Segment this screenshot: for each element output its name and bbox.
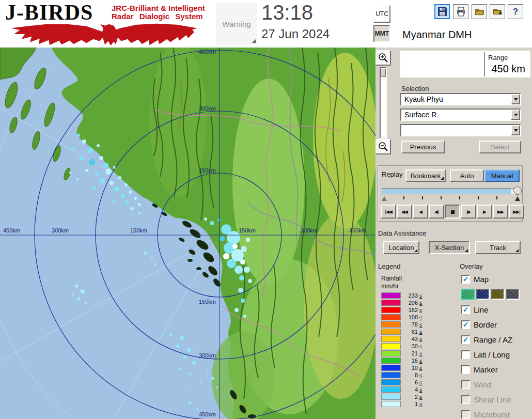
previous-button[interactable]: Previous bbox=[401, 141, 445, 153]
legend-le[interactable]: ≤ bbox=[419, 387, 423, 393]
legend-le[interactable]: ≤ bbox=[419, 373, 423, 378]
legend-le[interactable]: ≤ bbox=[419, 329, 423, 335]
legend-le[interactable]: ≤ bbox=[419, 358, 423, 364]
legend-row: 2≤ bbox=[381, 394, 423, 400]
checkbox-wind bbox=[461, 380, 470, 389]
overlay-item-marker[interactable]: Marker bbox=[461, 364, 521, 375]
checkbox-marker[interactable] bbox=[461, 365, 470, 374]
overlay-item-range-az[interactable]: ✓ Range / AZ bbox=[461, 334, 521, 345]
legend-row: 100≤ bbox=[381, 314, 423, 320]
checkbox-line[interactable]: ✓ bbox=[461, 305, 470, 314]
header-bar: J-BIRDS JRC-Brilliant & Intelligent Rada… bbox=[0, 0, 532, 48]
zoom-in-icon bbox=[378, 53, 388, 63]
location-button[interactable]: Location bbox=[383, 241, 419, 254]
legend-value: 30 bbox=[402, 343, 418, 349]
folder-open-icon bbox=[475, 7, 484, 17]
utc-button[interactable]: UTC bbox=[373, 5, 390, 23]
overlay-item-label: Line bbox=[474, 305, 488, 314]
overlay-item-border[interactable]: ✓ Border bbox=[461, 319, 521, 330]
legend-le[interactable]: ≤ bbox=[419, 336, 423, 342]
legend-value: 16 bbox=[402, 358, 418, 364]
overlay-item-label: Microburst bbox=[474, 410, 510, 419]
auto-button[interactable]: Auto bbox=[450, 169, 484, 182]
fast-rewind-button[interactable]: ◀◀ bbox=[397, 205, 412, 219]
legend-le[interactable]: ≤ bbox=[419, 322, 423, 328]
play-reverse-button[interactable]: ◀ bbox=[413, 205, 428, 219]
mmt-button[interactable]: MMT bbox=[373, 25, 390, 42]
step-back-button[interactable]: ◀| bbox=[429, 205, 444, 219]
overlay-item-map[interactable]: ✓ Map bbox=[461, 274, 521, 284]
map-color-green[interactable] bbox=[461, 289, 475, 300]
track-button[interactable]: Track bbox=[475, 241, 521, 254]
map-color-navy[interactable] bbox=[476, 289, 490, 300]
legend-le[interactable]: ≤ bbox=[419, 307, 423, 313]
legend-le[interactable]: ≤ bbox=[419, 351, 423, 356]
legend-le[interactable]: ≤ bbox=[419, 315, 423, 320]
print-button[interactable] bbox=[453, 4, 468, 19]
export-folder-button[interactable] bbox=[490, 4, 505, 19]
timeline-tick bbox=[422, 196, 423, 199]
save-button[interactable] bbox=[434, 4, 450, 19]
rainfall-legend: 233≤ 206≤ 162≤ 100≤ 78≤ 61≤ 43≤ 30≤ 21≤ … bbox=[381, 292, 423, 408]
play-button[interactable]: ▶ bbox=[477, 205, 492, 219]
checkbox-range-az[interactable]: ✓ bbox=[461, 335, 470, 344]
step-forward-button[interactable]: |▶ bbox=[461, 205, 476, 219]
bookmark-button[interactable]: Bookmark bbox=[405, 169, 446, 182]
timeline-start-marker[interactable] bbox=[382, 196, 387, 201]
overlay-item-line[interactable]: ✓ Line bbox=[461, 304, 521, 315]
checkbox-border[interactable]: ✓ bbox=[461, 320, 470, 329]
checkbox-lati-long[interactable] bbox=[461, 350, 470, 359]
timeline-track[interactable] bbox=[382, 188, 520, 194]
site-combobox[interactable]: Kyauk Phyu bbox=[400, 93, 521, 105]
legend-swatch bbox=[381, 365, 401, 371]
chevron-down-icon[interactable] bbox=[511, 125, 520, 135]
legend-row: 30≤ bbox=[381, 343, 423, 349]
legend-le[interactable]: ≤ bbox=[419, 394, 423, 400]
replay-timeline[interactable] bbox=[382, 186, 521, 201]
manual-button[interactable]: Manual bbox=[484, 169, 520, 182]
zoom-in-button[interactable] bbox=[375, 50, 391, 66]
overlay-item-lati-long[interactable]: Lati / Long bbox=[461, 349, 521, 360]
timeline-end-marker[interactable] bbox=[515, 196, 520, 201]
zoom-slider-thumb[interactable] bbox=[381, 69, 386, 77]
skip-to-start-button[interactable]: |◀◀ bbox=[381, 205, 396, 219]
svg-text:300km: 300km bbox=[199, 352, 216, 359]
legend-le[interactable]: ≤ bbox=[419, 401, 423, 407]
range-value: 450 km bbox=[491, 63, 525, 75]
range-readout: Range 450 km bbox=[400, 51, 530, 77]
timeline-thumb[interactable] bbox=[513, 187, 522, 195]
zoom-out-button[interactable] bbox=[375, 139, 391, 154]
radar-map[interactable]: 450km 300km 150km 150km 300km 450km 450k… bbox=[0, 48, 375, 419]
legend-le[interactable]: ≤ bbox=[419, 344, 423, 349]
chevron-down-icon[interactable] bbox=[511, 110, 520, 120]
fast-forward-button[interactable]: ▶▶ bbox=[493, 205, 508, 219]
timeline-tick bbox=[441, 196, 442, 199]
tagline-line2: Radar Dialogic System bbox=[112, 12, 205, 21]
legend-le[interactable]: ≤ bbox=[419, 380, 423, 385]
product-combobox[interactable]: Surface R bbox=[400, 108, 521, 121]
warning-indicator[interactable]: Warning bbox=[216, 3, 257, 44]
skip-to-end-button[interactable]: ▶▶| bbox=[509, 205, 524, 219]
select-button[interactable]: Select bbox=[479, 141, 521, 153]
legend-row: 233≤ bbox=[381, 292, 423, 299]
stop-button[interactable]: ■ bbox=[445, 205, 460, 219]
legend-value: 21 bbox=[402, 350, 418, 356]
map-color-olive[interactable] bbox=[491, 289, 505, 300]
help-button[interactable]: ? bbox=[508, 4, 523, 19]
legend-le[interactable]: ≤ bbox=[419, 300, 423, 306]
legend-value: 233 bbox=[402, 292, 418, 299]
legend-le[interactable]: ≤ bbox=[419, 365, 423, 371]
legend-le[interactable]: ≤ bbox=[419, 293, 423, 299]
legend-row: 206≤ bbox=[381, 300, 423, 306]
extra-combobox[interactable] bbox=[400, 124, 521, 136]
folder-plus-icon bbox=[493, 7, 503, 17]
x-section-button[interactable]: X-Section bbox=[429, 241, 470, 254]
overlay-list: ✓ Map ✓ Line ✓ Border ✓ Range / AZ bbox=[461, 274, 521, 419]
chevron-down-icon[interactable] bbox=[511, 94, 520, 104]
checkbox-map[interactable]: ✓ bbox=[461, 275, 470, 284]
open-folder-button[interactable] bbox=[472, 4, 487, 19]
legend-value: 1 bbox=[402, 401, 418, 407]
timeline-tick bbox=[403, 196, 404, 199]
map-color-gray[interactable] bbox=[506, 289, 520, 300]
zoom-slider[interactable] bbox=[380, 67, 387, 138]
